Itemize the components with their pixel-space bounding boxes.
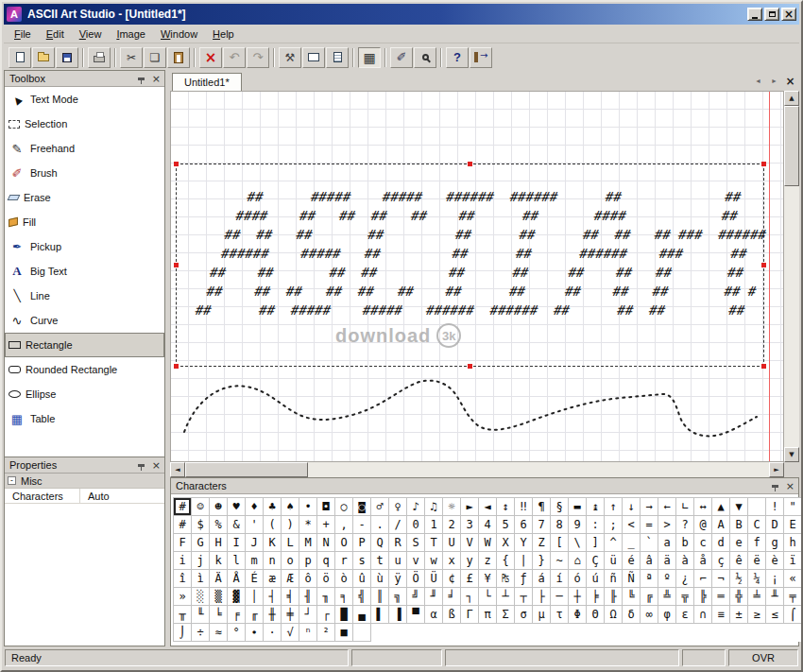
character-cell[interactable]: < [623,516,641,534]
character-cell[interactable]: ± [730,606,748,624]
character-cell[interactable]: $ [192,516,210,534]
character-cell[interactable]: τ [551,606,569,624]
character-cell[interactable]: ╗ [389,588,407,606]
vertical-scroll-thumb[interactable] [784,106,799,186]
character-cell[interactable]: · [264,624,282,642]
character-cell[interactable]: [ [551,534,569,552]
character-cell[interactable]: Ä [210,570,228,588]
character-cell[interactable]: ▐ [389,606,407,624]
character-cell[interactable]: n [264,552,282,570]
character-cell[interactable]: 1 [425,516,443,534]
character-cell[interactable]: ░ [192,588,210,606]
character-cell[interactable]: u [389,552,407,570]
character-cell[interactable]: B [730,516,748,534]
character-cell[interactable]: ^ [605,534,623,552]
character-cell[interactable]: ⌐ [694,570,712,588]
character-cell[interactable]: H [210,534,228,552]
preview-button[interactable] [326,47,349,68]
character-cell[interactable]: ♣ [264,498,282,516]
character-cell[interactable]: t [371,552,389,570]
character-cell[interactable]: ↨ [587,498,605,516]
character-cell[interactable]: ═ [712,588,730,606]
character-cell[interactable]: { [497,552,515,570]
character-cell[interactable]: Ñ [623,570,641,588]
character-cell[interactable]: δ [623,606,641,624]
cut-button[interactable] [120,47,143,68]
character-cell[interactable]: ▓ [228,588,246,606]
character-cell[interactable]: C [748,516,766,534]
character-cell[interactable]: f [748,534,766,552]
tab-scroll-right-icon[interactable] [767,74,781,88]
character-cell[interactable]: û [353,570,371,588]
character-cell[interactable]: ⌠ [784,606,802,624]
character-cell[interactable]: Q [371,534,389,552]
character-cell[interactable]: k [210,552,228,570]
character-cell[interactable]: ┼ [569,588,587,606]
character-cell[interactable]: ╪ [282,606,299,624]
tool-brush[interactable]: Brush [5,161,164,185]
character-cell[interactable]: µ [533,606,551,624]
character-cell[interactable]: ╙ [192,606,210,624]
character-cell[interactable]: ┴ [497,588,515,606]
character-cell[interactable]: σ [515,606,533,624]
character-cell[interactable]: ¢ [443,570,461,588]
character-cell[interactable]: ⁿ [299,624,317,642]
character-cell[interactable]: # [174,498,192,516]
character-cell[interactable]: • [299,498,317,516]
character-cell[interactable]: § [551,498,569,516]
character-cell[interactable]: \ [569,534,587,552]
character-cell[interactable]: ► [461,498,479,516]
character-cell[interactable]: ù [371,570,389,588]
character-cell[interactable]: 0 [407,516,425,534]
character-cell[interactable]: ß [443,606,461,624]
character-cell[interactable]: X [497,534,515,552]
tool-freehand[interactable]: Freehand [5,136,164,161]
selection-handle[interactable] [174,364,179,369]
character-cell[interactable]: d [712,534,730,552]
character-cell[interactable]: K [264,534,282,552]
character-cell[interactable]: l [228,552,246,570]
menu-file[interactable]: File [7,26,39,43]
selection-handle[interactable] [468,162,472,166]
character-cell[interactable]: ╣ [353,588,371,606]
character-cell[interactable]: ⌡ [174,624,192,642]
character-cell[interactable]: b [676,534,694,552]
print-button[interactable] [88,47,111,68]
character-cell[interactable]: Ç [587,552,605,570]
character-cell[interactable]: º [658,570,676,588]
property-value[interactable]: Auto [80,489,164,503]
character-cell[interactable]: ε [676,606,694,624]
document-tab[interactable]: Untitled1* [172,73,242,91]
character-cell[interactable]: Å [228,570,246,588]
character-cell[interactable]: ƒ [515,570,533,588]
character-cell[interactable]: ╒ [228,606,246,624]
character-cell[interactable]: ╥ [174,606,192,624]
character-cell[interactable]: ) [282,516,299,534]
character-cell[interactable]: / [389,516,407,534]
character-cell[interactable]: m [246,552,264,570]
character-cell[interactable]: â [641,552,658,570]
zoom-button[interactable] [414,47,436,68]
character-cell[interactable]: √ [282,624,299,642]
selection-handle[interactable] [174,162,179,166]
tool-pickup[interactable]: Pickup [5,234,164,259]
tool-erase[interactable]: Erase [5,185,164,210]
character-cell[interactable]: ¼ [748,570,766,588]
character-cell[interactable]: » [174,588,192,606]
character-cell[interactable]: ▼ [730,498,748,516]
character-cell[interactable]: ë [748,552,766,570]
character-cell[interactable]: ╕ [335,588,353,606]
help-button[interactable] [446,47,469,68]
close-button[interactable]: × [781,8,796,21]
selection-rectangle[interactable]: ## ##### ##### ###### ###### ## ## #### … [176,164,764,367]
selection-handle[interactable] [468,364,472,369]
character-cell[interactable]: ▌ [371,606,389,624]
character-cell[interactable]: : [587,516,605,534]
character-cell[interactable]: P [353,534,371,552]
character-cell[interactable]: π [479,606,497,624]
character-cell[interactable]: ♂ [371,498,389,516]
tools-button[interactable] [279,47,301,68]
character-cell[interactable]: ☼ [443,498,461,516]
character-cell[interactable]: q [317,552,335,570]
character-cell[interactable]: │ [246,588,264,606]
